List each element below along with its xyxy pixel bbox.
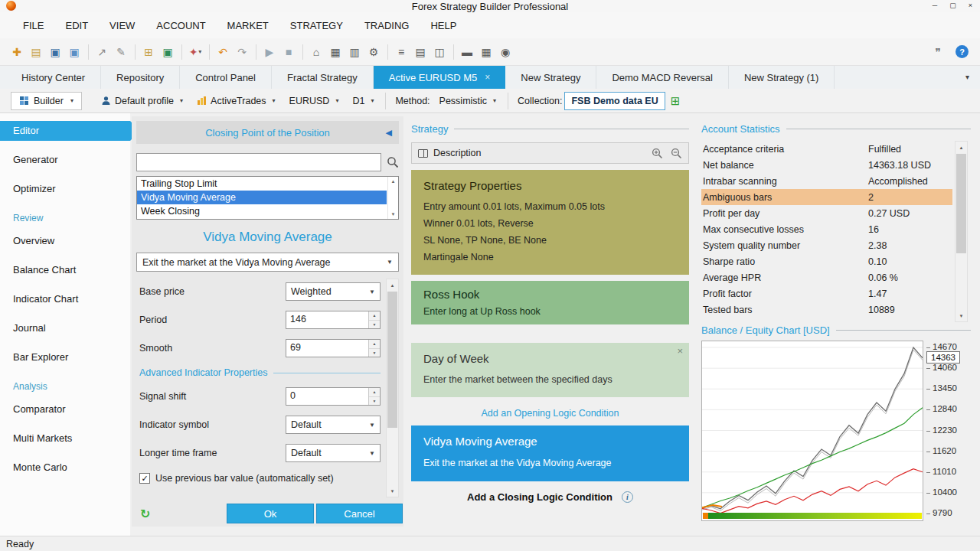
info-icon[interactable]: i bbox=[622, 491, 633, 503]
menu-account[interactable]: ACCOUNT bbox=[145, 20, 216, 31]
indicator-list-item-vidya-moving-average[interactable]: Vidya Moving Average bbox=[137, 191, 387, 204]
spinner-up-icon[interactable]: ▲ bbox=[369, 311, 380, 321]
menu-view[interactable]: VIEW bbox=[99, 20, 145, 31]
signal-shift-spinner[interactable]: 0▲▼ bbox=[286, 387, 381, 406]
close-button[interactable]: × bbox=[969, 0, 972, 11]
parameters-scrollbar[interactable]: ▲ ▼ bbox=[386, 279, 399, 497]
scroll-down-icon[interactable]: ▼ bbox=[956, 310, 967, 321]
save-as-strategy-icon[interactable]: ▣ bbox=[65, 43, 83, 61]
data-source-dropdown[interactable]: ActiveTrades ▾ bbox=[190, 92, 283, 110]
layout-icon[interactable]: ◫ bbox=[430, 43, 449, 61]
remove-condition-icon[interactable]: × bbox=[677, 345, 683, 357]
longer-time-frame-select[interactable]: Default▼ bbox=[286, 444, 381, 462]
minimize-button[interactable]: ─ bbox=[933, 0, 937, 11]
collapse-panel-icon[interactable]: ◀ bbox=[386, 128, 392, 138]
strategy-properties-box[interactable]: Strategy Properties Entry amount 0.01 lo… bbox=[411, 170, 689, 275]
base-price-select[interactable]: Weighted▼ bbox=[286, 282, 381, 301]
appearance-icon[interactable]: ✦▾ bbox=[186, 43, 204, 61]
sidebar-item-bar-explorer[interactable]: Bar Explorer bbox=[0, 347, 130, 367]
sidebar-item-multi-markets[interactable]: Multi Markets bbox=[0, 429, 130, 448]
indicator-symbol-select[interactable]: Default▼ bbox=[286, 416, 381, 434]
ok-button[interactable]: Ok bbox=[227, 504, 314, 523]
add-collection-icon[interactable]: ⊞ bbox=[671, 94, 681, 108]
settings-icon[interactable]: ⚙ bbox=[364, 43, 383, 61]
scrollbar-thumb[interactable] bbox=[956, 154, 966, 253]
sidebar-item-monte-carlo[interactable]: Monte Carlo bbox=[0, 458, 130, 478]
scrollbar-thumb[interactable] bbox=[387, 292, 397, 428]
undo-icon[interactable]: ↶ bbox=[214, 43, 232, 61]
close-tab-icon[interactable]: × bbox=[485, 72, 490, 83]
menu-strategy[interactable]: STRATEGY bbox=[279, 20, 354, 31]
method-dropdown[interactable]: Pessimistic ▾ bbox=[433, 92, 504, 110]
help-icon[interactable]: ? bbox=[956, 45, 969, 58]
tab-repository[interactable]: Repository bbox=[101, 66, 180, 89]
journal-icon[interactable]: ≡ bbox=[392, 43, 410, 61]
sidebar-item-indicator-chart[interactable]: Indicator Chart bbox=[0, 289, 130, 309]
list-scrollbar[interactable]: ▲ ▼ bbox=[387, 177, 398, 219]
add-closing-condition-label[interactable]: Add a Closing Logic Condition bbox=[467, 491, 612, 503]
period-dropdown[interactable]: D1 ▾ bbox=[345, 92, 381, 110]
description-bar[interactable]: Description bbox=[411, 142, 689, 164]
recalculate-icon[interactable]: ↻ bbox=[140, 507, 150, 521]
scroll-down-icon[interactable]: ▼ bbox=[391, 212, 396, 217]
open-strategy-icon[interactable]: ▤ bbox=[27, 43, 45, 61]
add-to-repository-icon[interactable]: ⊞ bbox=[139, 43, 158, 61]
add-opening-condition-link[interactable]: Add an Opening Logic Condition bbox=[411, 408, 689, 419]
previous-bar-value-checkbox[interactable]: ✓ bbox=[139, 473, 150, 484]
sidebar-item-journal[interactable]: Journal bbox=[0, 318, 130, 338]
symbol-dropdown[interactable]: EURUSD ▾ bbox=[283, 92, 346, 110]
scanner-icon[interactable]: ◉ bbox=[496, 43, 514, 61]
sidebar-item-comparator[interactable]: Comparator bbox=[0, 399, 130, 419]
indicator-logic-select[interactable]: Exit the market at the Vidya Moving Aver… bbox=[136, 253, 399, 272]
save-strategy-icon[interactable]: ▣ bbox=[46, 43, 64, 61]
scroll-up-icon[interactable]: ▲ bbox=[956, 142, 967, 153]
sidebar-item-overview[interactable]: Overview bbox=[0, 231, 130, 251]
calculate-icon[interactable]: ▶ bbox=[260, 43, 279, 61]
tab-new-strategy-1[interactable]: New Strategy (1) bbox=[729, 66, 835, 89]
menu-file[interactable]: FILE bbox=[12, 20, 54, 31]
scroll-up-icon[interactable]: ▲ bbox=[391, 179, 396, 184]
indicator-search-input[interactable] bbox=[136, 153, 381, 171]
spinner-down-icon[interactable]: ▼ bbox=[369, 321, 380, 329]
tab-history-center[interactable]: History Center bbox=[6, 66, 101, 89]
smooth-spinner[interactable]: 69▲▼ bbox=[286, 339, 381, 357]
scroll-up-icon[interactable]: ▲ bbox=[387, 279, 398, 291]
closing-point-box[interactable]: Vidya Moving Average Exit the market at … bbox=[411, 425, 689, 481]
calculator-icon[interactable]: ▦ bbox=[477, 43, 495, 61]
comparator-icon[interactable]: ▬ bbox=[458, 43, 476, 61]
spinner-up-icon[interactable]: ▲ bbox=[369, 340, 380, 349]
editor-icon[interactable]: ▤ bbox=[411, 43, 430, 61]
spinner-down-icon[interactable]: ▼ bbox=[369, 349, 380, 357]
cancel-button[interactable]: Cancel bbox=[316, 504, 403, 523]
stop-icon[interactable]: ■ bbox=[279, 43, 298, 61]
sidebar-item-optimizer[interactable]: Optimizer bbox=[0, 179, 130, 199]
collection-input[interactable]: FSB Demo data EU bbox=[564, 92, 665, 110]
spinner-down-icon[interactable]: ▼ bbox=[369, 397, 380, 406]
strategy-notes-icon[interactable]: ✎ bbox=[112, 43, 130, 61]
opening-condition-box-ross-hook[interactable]: Ross Hook Enter long at Up Ross hook bbox=[411, 281, 689, 324]
feedback-icon[interactable]: ❞ bbox=[929, 43, 947, 61]
redo-icon[interactable]: ↷ bbox=[233, 43, 251, 61]
menu-market[interactable]: MARKET bbox=[217, 20, 279, 31]
menu-help[interactable]: HELP bbox=[420, 20, 467, 31]
search-icon[interactable] bbox=[387, 156, 399, 168]
scroll-down-icon[interactable]: ▼ bbox=[387, 485, 398, 497]
spinner-up-icon[interactable]: ▲ bbox=[369, 388, 380, 397]
publish-strategy-icon[interactable]: ↗ bbox=[93, 43, 111, 61]
tab-fractal-strategy[interactable]: Fractal Strategy bbox=[272, 66, 374, 89]
sidebar-item-editor[interactable]: Editor bbox=[0, 121, 130, 141]
menu-edit[interactable]: EDIT bbox=[54, 20, 99, 31]
new-strategy-icon[interactable]: ✚ bbox=[8, 43, 26, 61]
stats-scrollbar[interactable]: ▲ ▼ bbox=[955, 141, 968, 322]
builder-mode-button[interactable]: Builder ▾ bbox=[11, 92, 82, 110]
opening-condition-box-day-of-week[interactable]: × Day of Week Enter the market between t… bbox=[411, 343, 689, 397]
tab-active-eurusd-m5[interactable]: Active EURUSD M5× bbox=[374, 66, 506, 89]
save-data-icon[interactable]: ▣ bbox=[158, 43, 177, 61]
data-grid-icon[interactable]: ▦ bbox=[326, 43, 345, 61]
indicator-list-item-week-closing[interactable]: Week Closing bbox=[137, 204, 387, 218]
market-chart-icon[interactable]: ▥ bbox=[345, 43, 364, 61]
maximize-button[interactable]: ▢ bbox=[949, 0, 956, 11]
tab-demo-macd-reversal[interactable]: Demo MACD Reversal bbox=[596, 66, 728, 89]
period-spinner[interactable]: 146▲▼ bbox=[286, 311, 381, 329]
tab-control-panel[interactable]: Control Panel bbox=[180, 66, 272, 89]
